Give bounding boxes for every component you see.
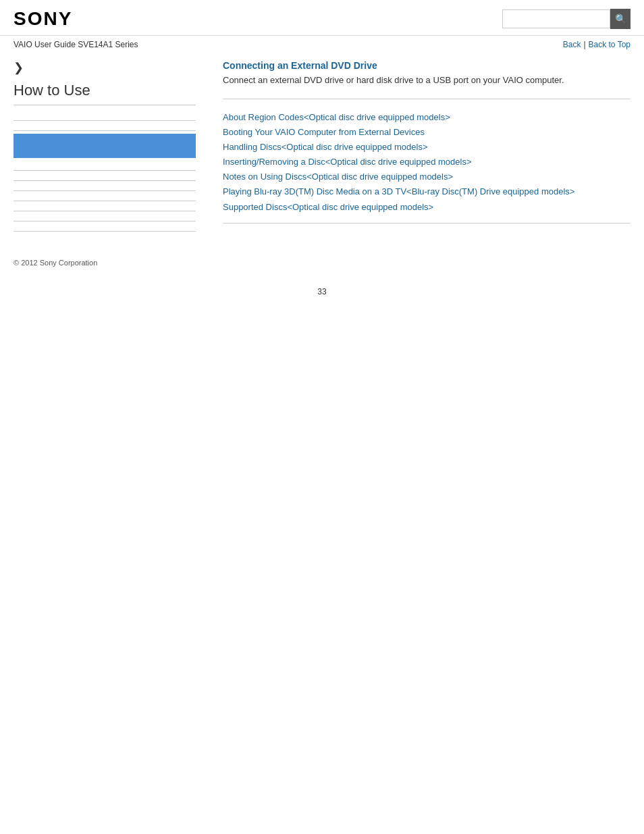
sidebar: ❯ How to Use	[14, 60, 209, 232]
content-link-1[interactable]: About Region Codes<Optical disc drive eq…	[223, 110, 630, 125]
nav-links: Back | Back to Top	[563, 40, 630, 49]
content-link-6[interactable]: Playing Blu-ray 3D(TM) Disc Media on a 3…	[223, 184, 630, 199]
sidebar-divider-1	[14, 105, 196, 105]
sidebar-item-3	[14, 161, 196, 171]
sidebar-active-item[interactable]	[14, 134, 196, 158]
content-link-2[interactable]: Booting Your VAIO Computer from External…	[223, 125, 630, 140]
search-icon: 🔍	[615, 14, 626, 24]
sidebar-item-6	[14, 191, 196, 201]
sidebar-item-5	[14, 181, 196, 191]
copyright: © 2012 Sony Corporation	[14, 259, 97, 267]
header: SONY 🔍	[0, 0, 644, 36]
content-divider-bottom	[223, 223, 630, 224]
main-container: ❯ How to Use C	[0, 53, 644, 238]
sub-header: VAIO User Guide SVE14A1 Series Back | Ba…	[0, 36, 644, 53]
content-links-section: About Region Codes<Optical disc drive eq…	[223, 110, 630, 215]
search-box: 🔍	[502, 9, 630, 29]
content-link-5[interactable]: Notes on Using Discs<Optical disc drive …	[223, 170, 630, 184]
content-area: Connecting an External DVD Drive Connect…	[209, 60, 630, 232]
chevron-icon[interactable]: ❯	[14, 60, 196, 75]
sony-logo: SONY	[14, 8, 72, 30]
sidebar-item-4	[14, 171, 196, 181]
content-link-4[interactable]: Inserting/Removing a Disc<Optical disc d…	[223, 155, 630, 170]
back-link[interactable]: Back	[563, 40, 581, 49]
page-number: 33	[0, 273, 644, 303]
sidebar-item-2	[14, 121, 196, 131]
nav-separator: |	[583, 40, 585, 49]
content-divider-top	[223, 99, 630, 99]
sidebar-item-9	[14, 221, 196, 232]
sidebar-title: How to Use	[14, 82, 196, 99]
sidebar-item-7	[14, 201, 196, 211]
content-description: Connect an external DVD drive or hard di…	[223, 75, 630, 85]
search-button[interactable]: 🔍	[610, 9, 630, 29]
search-input[interactable]	[502, 9, 610, 28]
content-main-link[interactable]: Connecting an External DVD Drive	[223, 60, 630, 71]
sidebar-item-1	[14, 111, 196, 121]
content-link-7[interactable]: Supported Discs<Optical disc drive equip…	[223, 200, 630, 215]
guide-title: VAIO User Guide SVE14A1 Series	[14, 40, 138, 49]
back-to-top-link[interactable]: Back to Top	[589, 40, 630, 49]
sidebar-item-8	[14, 211, 196, 221]
footer: © 2012 Sony Corporation	[0, 238, 644, 273]
content-link-3[interactable]: Handling Discs<Optical disc drive equipp…	[223, 140, 630, 155]
